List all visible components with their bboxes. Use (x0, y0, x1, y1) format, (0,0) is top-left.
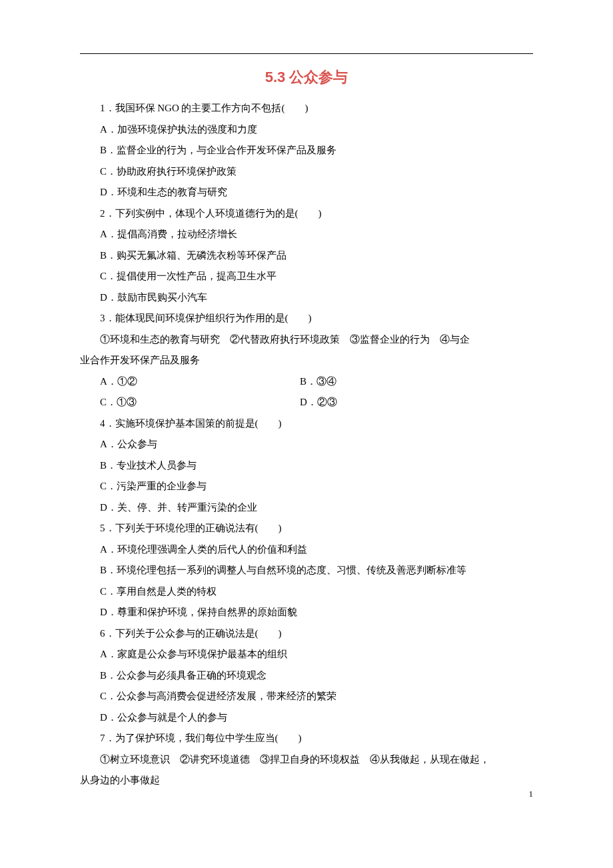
q4-stem: 4．实施环境保护基本国策的前提是( ) (80, 413, 533, 435)
q6-opt-a: A．家庭是公众参与环境保护最基本的组织 (80, 644, 533, 665)
q1-opt-c: C．协助政府执行环境保护政策 (80, 161, 533, 183)
q3-stem2-l2: 业合作开发环保产品及服务 (80, 350, 533, 371)
q6-opt-b: B．公众参与必须具备正确的环境观念 (80, 665, 533, 687)
q5-stem: 5．下列关于环境伦理的正确说法有( ) (80, 518, 533, 539)
document-body: 1．我国环保 NGO 的主要工作方向不包括( ) A．加强环境保护执法的强度和力… (80, 98, 533, 791)
q3-stem: 3．能体现民间环境保护组织行为作用的是( ) (80, 308, 533, 329)
top-rule (80, 53, 533, 54)
q5-opt-d: D．尊重和保护环境，保持自然界的原始面貌 (80, 602, 533, 623)
q2-stem: 2．下列实例中，体现个人环境道德行为的是( ) (80, 203, 533, 225)
q4-opt-c: C．污染严重的企业参与 (80, 476, 533, 497)
q4-opt-b: B．专业技术人员参与 (80, 455, 533, 477)
q5-opt-b: B．环境伦理包括一系列的调整人与自然环境的态度、习惯、传统及善恶判断标准等 (80, 560, 533, 581)
q4-opt-a: A．公众参与 (80, 434, 533, 455)
page-title: 5.3 公众参与 (80, 67, 533, 87)
q7-stem2-l1: ①树立环境意识 ②讲究环境道德 ③捍卫自身的环境权益 ④从我做起，从现在做起， (80, 749, 533, 771)
q2-opt-a: A．提倡高消费，拉动经济增长 (80, 224, 533, 245)
q6-opt-d: D．公众参与就是个人的参与 (80, 707, 533, 729)
page-number: 1 (529, 789, 534, 799)
q7-stem2-l2: 从身边的小事做起 (80, 770, 533, 791)
q3-row1: A．①② B．③④ (80, 371, 533, 393)
document-page: 5.3 公众参与 1．我国环保 NGO 的主要工作方向不包括( ) A．加强环境… (0, 0, 613, 818)
q5-opt-c: C．享用自然是人类的特权 (80, 581, 533, 603)
q3-stem2-l1: ①环境和生态的教育与研究 ②代替政府执行环境政策 ③监督企业的行为 ④与企 (80, 329, 533, 351)
q2-opt-c: C．提倡使用一次性产品，提高卫生水平 (80, 266, 533, 287)
q2-opt-b: B．购买无氟冰箱、无磷洗衣粉等环保产品 (80, 245, 533, 267)
q1-opt-d: D．环境和生态的教育与研究 (80, 182, 533, 203)
q4-opt-d: D．关、停、并、转严重污染的企业 (80, 497, 533, 519)
q3-opt-b: B．③④ (280, 371, 336, 393)
q7-stem: 7．为了保护环境，我们每位中学生应当( ) (80, 728, 533, 749)
q1-stem: 1．我国环保 NGO 的主要工作方向不包括( ) (80, 98, 533, 119)
q5-opt-a: A．环境伦理强调全人类的后代人的价值和利益 (80, 539, 533, 561)
q6-stem: 6．下列关于公众参与的正确说法是( ) (80, 623, 533, 645)
q3-opt-a: A．①② (80, 371, 280, 393)
q6-opt-c: C．公众参与高消费会促进经济发展，带来经济的繁荣 (80, 686, 533, 707)
q2-opt-d: D．鼓励市民购买小汽车 (80, 287, 533, 309)
q1-opt-b: B．监督企业的行为，与企业合作开发环保产品及服务 (80, 140, 533, 161)
q3-opt-d: D．②③ (280, 392, 337, 413)
q3-opt-c: C．①③ (80, 392, 280, 413)
q1-opt-a: A．加强环境保护执法的强度和力度 (80, 119, 533, 141)
q3-row2: C．①③ D．②③ (80, 392, 533, 413)
